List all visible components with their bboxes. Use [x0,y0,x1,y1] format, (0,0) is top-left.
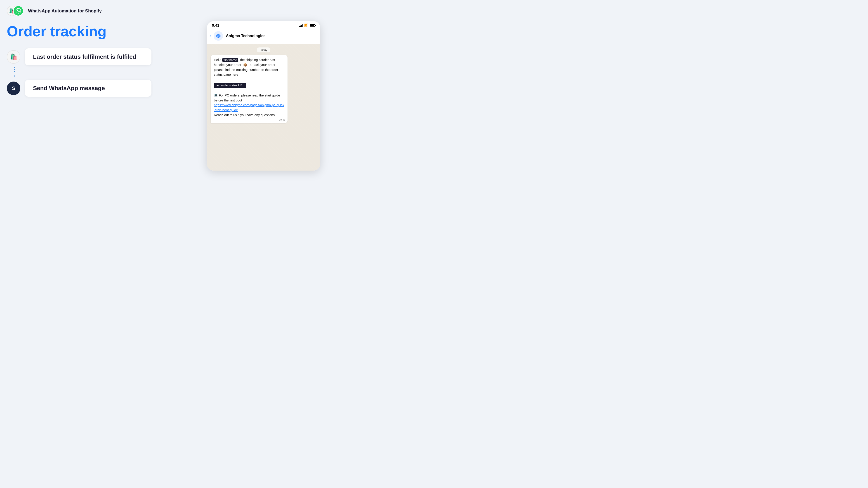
chat-bubble: Hello first name, the shipping courier h… [211,55,287,123]
right-panel: 9:41 📶 ‹ [205,21,322,178]
flow-diagram: 🛍️ Last order status fulfilment is fulfi… [7,48,191,97]
header: 🛍️ WhatsApp Automation for Shopify [0,0,329,19]
chat-link[interactable]: https://www.anigma.com/pages/anigma-pc-q… [214,103,284,112]
status-icons: 📶 [299,24,315,28]
flow-step-1: 🛍️ Last order status fulfilment is fulfi… [7,48,151,65]
wifi-icon: 📶 [304,24,309,28]
url-tag: last order status URL [214,83,246,88]
battery-fill [310,25,314,26]
main-content: Order tracking 🛍️ Last order status fulf… [0,19,329,185]
battery-icon [310,24,315,27]
bar-3 [301,25,302,27]
dot-3 [14,71,15,72]
arrow-down-icon: ↓ [13,73,16,78]
connector-dots: ↓ [13,67,16,78]
chat-contact-name: Anigma Technologies [226,34,316,38]
flow-step-2: S Send WhatsApp message [7,80,151,97]
chat-avatar [214,31,223,41]
message-body3: Reach out to us if you have any question… [214,113,276,117]
flow-connector: ↓ [7,65,16,80]
step-2-label: Send WhatsApp message [33,85,105,92]
message-greeting: Hello [214,58,222,62]
send-step-icon: S [7,82,20,95]
back-arrow-icon[interactable]: ‹ [209,33,211,39]
date-badge: Today [210,48,317,52]
first-name-tag: first name [222,58,238,62]
dot-1 [14,67,15,68]
status-bar: 9:41 📶 [207,21,320,29]
message-body2: 💻 For PC orders, please read the start g… [214,94,280,102]
bar-4 [303,24,303,27]
bar-1 [299,26,300,27]
message-timestamp: 09:43 [279,118,285,122]
page-title: Order tracking [7,24,191,39]
dot-2 [14,69,15,70]
date-label: Today [257,47,270,53]
logo-group: 🛍️ [7,5,23,17]
step-1-label: Last order status fulfilment is fulfiled [33,53,136,60]
chat-body: Today Hello first name, the shipping cou… [207,44,320,170]
bar-2 [300,26,301,27]
shopify-step-icon: 🛍️ [7,50,20,64]
signal-icon [299,24,303,27]
left-panel: Order tracking 🛍️ Last order status fulf… [7,21,191,178]
step-1-card: Last order status fulfilment is fulfiled [25,48,151,65]
phone-mockup: 9:41 📶 ‹ [207,21,320,170]
chat-header: ‹ Anigma Technologies [207,29,320,44]
status-time: 9:41 [212,24,219,28]
header-title: WhatsApp Automation for Shopify [28,8,102,13]
whatsapp-logo [13,6,24,16]
step-2-card: Send WhatsApp message [25,80,151,97]
